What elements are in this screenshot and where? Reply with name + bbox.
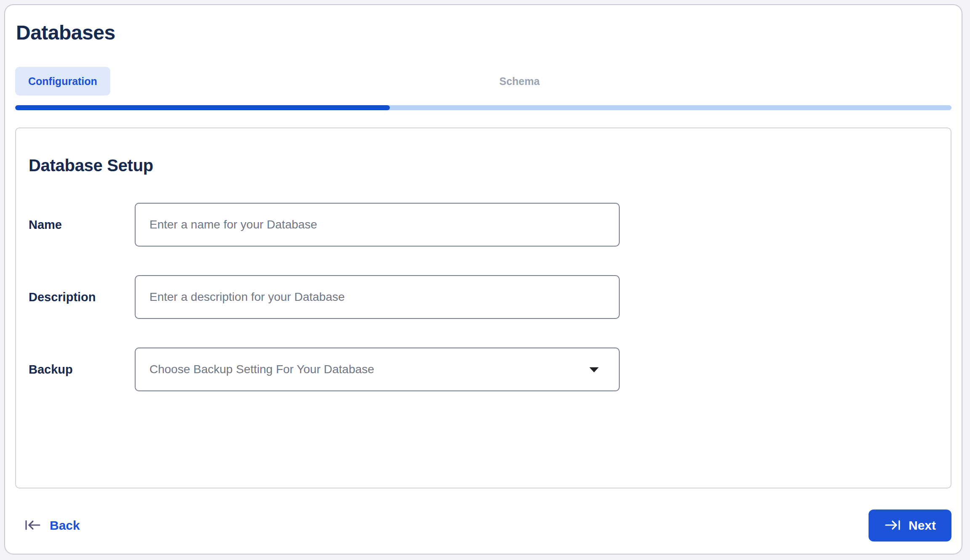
description-field-row: Description: [29, 275, 938, 319]
tab-configuration-label: Configuration: [28, 75, 97, 88]
wizard-tabs: Configuration Schema: [15, 67, 951, 96]
next-button[interactable]: Next: [869, 510, 951, 541]
page-title: Databases: [16, 21, 951, 44]
databases-window: Databases Configuration Schema Database …: [4, 4, 962, 555]
name-field-row: Name: [29, 203, 938, 247]
arrow-right-to-bar-icon: [884, 519, 901, 533]
wizard-footer: Back Next: [15, 510, 951, 541]
database-setup-card: Database Setup Name Description Backup C…: [15, 127, 951, 488]
back-button-label: Back: [50, 518, 80, 533]
arrow-left-to-bar-icon: [24, 519, 41, 533]
next-button-label: Next: [909, 518, 936, 533]
database-setup-form: Name Description Backup Choose Backup Se…: [29, 203, 938, 391]
backup-select[interactable]: Choose Backup Setting For Your Database: [135, 348, 620, 391]
card-title: Database Setup: [29, 156, 938, 175]
backup-select-placeholder: Choose Backup Setting For Your Database: [149, 363, 374, 376]
backup-field-label: Backup: [29, 363, 135, 377]
tab-schema[interactable]: Schema: [499, 75, 540, 88]
name-field-label: Name: [29, 218, 135, 232]
tab-configuration[interactable]: Configuration: [15, 67, 110, 96]
caret-down-icon: [589, 363, 599, 376]
backup-field-row: Backup Choose Backup Setting For Your Da…: [29, 348, 938, 391]
wizard-progress-fill: [15, 105, 390, 110]
description-field-label: Description: [29, 290, 135, 304]
name-input[interactable]: [135, 203, 620, 247]
back-button[interactable]: Back: [24, 518, 80, 533]
description-input[interactable]: [135, 275, 620, 319]
wizard-progress-track: [15, 105, 951, 110]
